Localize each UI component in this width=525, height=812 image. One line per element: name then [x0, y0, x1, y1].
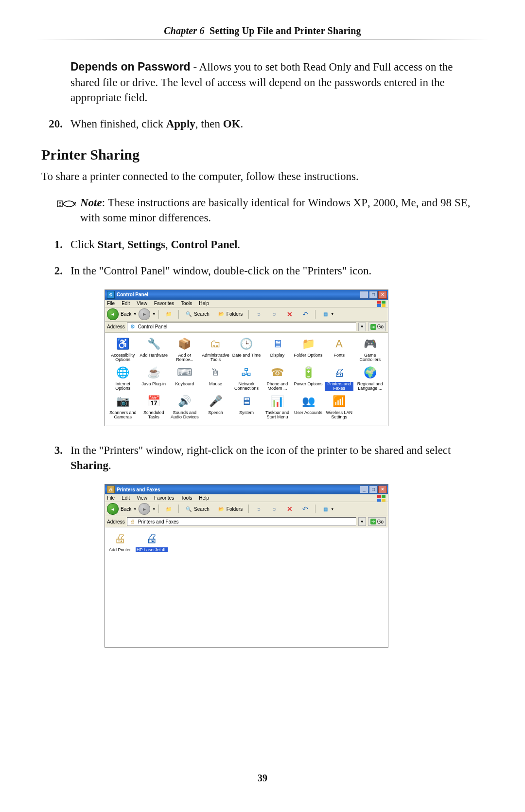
control-panel-item[interactable]: 📷Scanners and Cameras [108, 394, 138, 421]
control-panel-item[interactable]: 🖥System [231, 394, 262, 421]
delete-button[interactable]: ✕ [283, 309, 297, 319]
control-panel-item[interactable]: 🖱Mouse [201, 365, 231, 392]
undo-button[interactable]: ↶ [298, 504, 312, 514]
control-panel-item[interactable]: AFonts [324, 337, 354, 363]
control-panel-item[interactable]: 🎮Game Controllers [355, 337, 385, 363]
cp-item-label: Administrative Tools [201, 353, 231, 363]
address-label: Address [107, 519, 125, 524]
menu-file[interactable]: File [107, 495, 115, 501]
control-panel-item[interactable]: 🔊Sounds and Audio Devices [170, 394, 200, 421]
up-button[interactable]: 📁 [162, 309, 175, 319]
control-panel-item[interactable]: ☕Java Plug-in [139, 365, 169, 392]
step-number: 3. [41, 443, 70, 473]
close-button[interactable]: × [378, 291, 387, 299]
back-button[interactable]: ◄ [107, 503, 119, 515]
printer-item[interactable]: 🖨HP LaserJet 4L [136, 531, 168, 552]
control-panel-item[interactable]: 📦Add or Remov... [170, 337, 200, 363]
step-3: 3. In the "Printers" window, right-click… [41, 443, 484, 473]
maximize-button[interactable]: □ [369, 486, 378, 493]
cp-item-icon: 🌐 [116, 365, 130, 380]
svg-rect-1 [377, 301, 381, 304]
control-panel-item[interactable]: 👥User Accounts [293, 394, 323, 421]
menu-favorites[interactable]: Favorites [154, 495, 174, 501]
cp-item-label: Network Connections [231, 381, 262, 392]
control-panel-item[interactable]: 🖧Network Connections [231, 365, 262, 392]
cp-item-label: Java Plug-in [141, 381, 167, 392]
window-titlebar[interactable]: 🖨 Printers and Faxes _ □ × [105, 485, 388, 494]
menu-edit[interactable]: Edit [122, 301, 130, 306]
up-button[interactable]: 📁 [162, 504, 175, 514]
control-panel-item[interactable]: ⌨Keyboard [170, 365, 200, 392]
printer-icon: 🖨 [113, 531, 127, 546]
address-dropdown[interactable]: ▼ [358, 323, 366, 331]
move-to-button[interactable]: ➲ [252, 504, 265, 514]
back-button[interactable]: ◄ [107, 308, 119, 320]
control-panel-item[interactable]: 📁Folder Options [293, 337, 323, 363]
close-button[interactable]: × [378, 486, 387, 493]
control-panel-item[interactable]: 🌍Regional and Language ... [355, 365, 385, 392]
note-label: Note [80, 197, 102, 209]
control-panel-item[interactable]: ♿Accessibility Options [108, 337, 138, 363]
printer-item[interactable]: 🖨Add Printer [109, 531, 131, 552]
forward-button[interactable]: ► [139, 503, 150, 515]
control-panel-item[interactable]: 📅Scheduled Tasks [139, 394, 169, 421]
control-panel-item[interactable]: ☎Phone and Modem ... [262, 365, 293, 392]
chapter-header: Chapter 6 Setting Up File and Printer Sh… [41, 25, 484, 36]
cp-item-label: Scanners and Cameras [108, 410, 138, 421]
control-panel-item[interactable]: 🖨Printers and Faxes [324, 365, 354, 392]
control-panel-item[interactable]: 🖥Display [262, 337, 293, 363]
folders-button[interactable]: 📂Folders [214, 504, 245, 514]
screenshot-printers-and-faxes: 🖨 Printers and Faxes _ □ × File Edit Vie… [105, 484, 388, 648]
menu-edit[interactable]: Edit [122, 495, 130, 501]
back-label[interactable]: Back [121, 311, 131, 317]
minimize-button[interactable]: _ [360, 486, 368, 493]
menu-favorites[interactable]: Favorites [154, 301, 174, 306]
control-panel-item[interactable]: 🎤Speech [201, 394, 231, 421]
maximize-button[interactable]: □ [369, 291, 378, 299]
minimize-button[interactable]: _ [360, 291, 368, 299]
control-panel-item[interactable]: 🔋Power Options [293, 365, 323, 392]
views-button[interactable]: ▦▼ [318, 309, 337, 319]
address-field[interactable]: ⚙ Control Panel [127, 323, 356, 331]
views-button[interactable]: ▦▼ [318, 504, 337, 514]
control-panel-item[interactable]: 🗂Administrative Tools [201, 337, 231, 363]
menu-help[interactable]: Help [199, 301, 209, 306]
move-to-button[interactable]: ➲ [252, 309, 265, 319]
forward-button[interactable]: ► [139, 308, 150, 320]
search-button[interactable]: 🔍Search [182, 309, 212, 319]
menu-tools[interactable]: Tools [181, 301, 192, 306]
control-panel-item[interactable]: 🕒Date and Time [231, 337, 262, 363]
search-button[interactable]: 🔍Search [182, 504, 212, 514]
cp-item-label: Power Options [294, 381, 323, 392]
copy-to-button[interactable]: ➲ [267, 504, 281, 514]
delete-button[interactable]: ✕ [283, 504, 297, 514]
undo-button[interactable]: ↶ [298, 309, 312, 319]
menu-tools[interactable]: Tools [181, 495, 192, 501]
control-panel-item[interactable]: 🌐Internet Options [108, 365, 138, 392]
copy-to-button[interactable]: ➲ [267, 309, 281, 319]
page-number: 39 [0, 773, 525, 784]
cp-item-icon: 👥 [301, 394, 315, 409]
divider [36, 39, 489, 40]
address-dropdown[interactable]: ▼ [358, 517, 366, 526]
menu-bar: File Edit View Favorites Tools Help [105, 300, 388, 307]
folders-button[interactable]: 📂Folders [214, 309, 245, 319]
menu-view[interactable]: View [137, 495, 147, 501]
step-body: When finished, click Apply, then OK. [70, 116, 484, 132]
step-number: 1. [41, 237, 70, 253]
go-button[interactable]: ➔Go [368, 517, 386, 526]
window-titlebar[interactable]: ⚙ Control Panel _ □ × [105, 290, 388, 300]
control-panel-item[interactable]: 📶Wireless LAN Settings [324, 394, 354, 421]
control-panel-item[interactable]: 📊Taskbar and Start Menu [262, 394, 293, 421]
control-panel-item[interactable]: 🔧Add Hardware [139, 337, 169, 363]
menu-file[interactable]: File [107, 301, 115, 306]
back-label[interactable]: Back [121, 506, 131, 512]
menu-help[interactable]: Help [199, 495, 209, 501]
cp-item-icon: ☎ [270, 365, 285, 380]
address-field[interactable]: 🖨 Printers and Faxes [127, 517, 356, 526]
cp-item-icon: 📁 [301, 337, 315, 351]
menu-view[interactable]: View [137, 301, 147, 306]
folder-icon: 🖨 [129, 518, 137, 525]
cp-item-label: Keyboard [175, 381, 195, 392]
go-button[interactable]: ➔Go [368, 323, 386, 331]
